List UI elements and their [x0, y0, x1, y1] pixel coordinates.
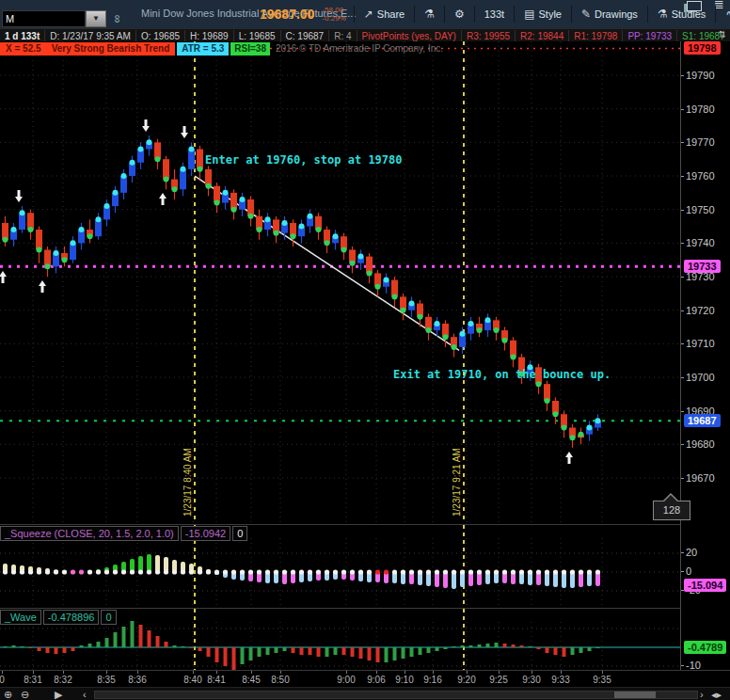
- symbol-dropdown-arrow[interactable]: ▼: [86, 10, 106, 27]
- symbol-input[interactable]: M: [2, 10, 86, 27]
- ttm-squeeze-panel[interactable]: _Squeeze (CLOSE, 20, 1.5, 2.0, 1.0) -15.…: [0, 524, 680, 609]
- time-tick: [602, 671, 603, 674]
- up-arrow-icon: [565, 452, 573, 457]
- studies-button-label: Studies: [672, 8, 706, 20]
- price-tick-19740: 19740: [686, 237, 715, 249]
- time-label: 9:25: [489, 675, 507, 685]
- data-segment: O: 19685: [136, 30, 185, 42]
- time-label: 8:32: [54, 675, 71, 685]
- top-toolbar: ≣ M ▼ ∞ Mini Dow Jones Industrial Averag…: [0, 0, 730, 28]
- time-label: 9:10: [395, 675, 413, 685]
- candles: [2, 135, 601, 448]
- price-tick-19750: 19750: [686, 204, 715, 216]
- time-marker-label: 1/23/17 9:21 AM: [452, 448, 462, 517]
- wave-label[interactable]: _Wave: [0, 610, 41, 625]
- bar-count-label: 128: [653, 501, 690, 520]
- data-segment: C: 19687: [281, 30, 330, 42]
- candlestick-chart[interactable]: 1/23/17 8:40 AM1/23/17 9:21 AMEnter at 1…: [0, 41, 680, 524]
- time-tick: [433, 671, 434, 674]
- patterns-button[interactable]: ∿Patterns: [720, 8, 730, 21]
- ohlc-data-row: 1 d 133tD: 1/23/17 9:35 AMO: 19685H: 196…: [0, 28, 730, 42]
- flask-icon: ⚗: [658, 8, 668, 21]
- price-tick-19680: 19680: [686, 438, 715, 451]
- price-tick-19780: 19780: [686, 103, 715, 116]
- bar-count-marker[interactable]: 128: [653, 493, 690, 519]
- time-tick: [532, 671, 532, 674]
- time-label: 0: [0, 675, 5, 685]
- scroll-right-icon[interactable]: ›: [700, 688, 704, 700]
- share-button[interactable]: ↗Share: [358, 8, 410, 21]
- data-segment: R: 4: [329, 30, 357, 42]
- last-price: 19687.00: [256, 7, 318, 22]
- grid: [0, 41, 680, 524]
- flask-button[interactable]: ⚗: [419, 8, 440, 21]
- time-tick: [251, 671, 252, 674]
- signal-arrows: [0, 119, 573, 464]
- time-tick: [499, 671, 500, 674]
- up-arrow-icon: [0, 271, 7, 277]
- auto-scale-icon[interactable]: ⇅: [719, 29, 726, 40]
- time-tick: [106, 671, 107, 674]
- time-tick: [2, 671, 3, 674]
- time-tick: [405, 671, 405, 674]
- timeframe-button-label: 133t: [484, 8, 504, 20]
- scrollbar-track[interactable]: [94, 691, 698, 699]
- link-icon[interactable]: ∞: [111, 14, 124, 23]
- price-tick-19760: 19760: [686, 170, 715, 183]
- copyright-text: 2016 © TD Ameritrade IP Company, Inc.: [270, 42, 443, 56]
- trend-indicator-row: X = 52.5 Very Strong Bearish Trend ATR =…: [0, 42, 443, 56]
- time-label: 9:30: [522, 675, 540, 685]
- zoom-out-icon[interactable]: ⊖: [21, 688, 29, 700]
- time-tick: [137, 671, 138, 674]
- studies-button[interactable]: ⚗Studies: [652, 8, 711, 21]
- time-tick: [346, 671, 347, 674]
- drawings-button[interactable]: ✎Drawings: [576, 8, 643, 21]
- style-button[interactable]: ▤Style: [518, 8, 567, 21]
- toolbar-buttons: 19687.00 -58.00 -0.29% ↗Share⚗⚙133t▤Styl…: [256, 0, 730, 28]
- data-segment: R2: 19844: [516, 30, 569, 42]
- share-icon: ↗: [364, 8, 373, 21]
- data-segment: 1 d 133t: [0, 30, 45, 42]
- scrollbar-thumb[interactable]: [614, 692, 656, 698]
- toolbar-separator: [647, 6, 648, 23]
- price-axis[interactable]: 1979019780197701976019750197401973019720…: [680, 41, 730, 687]
- pan-icons[interactable]: ◂▸: [711, 688, 722, 700]
- zoom-in-icon[interactable]: ⊕: [4, 688, 12, 700]
- time-label: 8:41: [207, 675, 225, 685]
- toolbar-separator: [514, 6, 515, 23]
- flask-icon: ⚗: [424, 8, 435, 21]
- time-tick: [33, 671, 34, 674]
- down-arrow-icon: [181, 133, 188, 138]
- data-segment: R3: 19955: [462, 30, 516, 42]
- down-arrow-icon: [142, 126, 150, 132]
- time-label: 8:31: [24, 675, 41, 685]
- squeeze-study-labels: _Squeeze (CLOSE, 20, 1.5, 2.0, 1.0) -15.…: [0, 526, 249, 541]
- time-label: 8:36: [128, 675, 146, 685]
- main-chart-panel[interactable]: X = 52.5 Very Strong Bearish Trend ATR =…: [0, 41, 680, 524]
- timeframe-button[interactable]: 133t: [479, 8, 510, 20]
- toolbar-separator: [715, 6, 716, 23]
- ttm-wave-panel[interactable]: _Wave -0.478896 0: [0, 608, 680, 671]
- squeeze-label[interactable]: _Squeeze (CLOSE, 20, 1.5, 2.0, 1.0): [0, 526, 179, 541]
- toolbar-separator: [414, 6, 415, 23]
- time-tick: [216, 671, 217, 674]
- time-marker-label: 1/23/17 8:40 AM: [182, 448, 193, 517]
- wave-badge: -0.4789: [684, 641, 726, 654]
- scroll-left-icon[interactable]: ‹: [83, 688, 87, 700]
- time-label: 9:35: [593, 675, 611, 685]
- settings-button[interactable]: ⚙: [449, 8, 470, 21]
- time-label: 9:16: [423, 675, 441, 685]
- time-axis[interactable]: 08:318:328:358:368:408:418:458:509:009:0…: [0, 670, 730, 688]
- trend-badge: X = 52.5 Very Strong Bearish Trend: [0, 42, 175, 56]
- wave-zero: 0: [101, 610, 116, 625]
- trade-annotation: Exit at 19710, on the bounce up.: [393, 368, 611, 381]
- pencil-icon: ✎: [581, 8, 591, 21]
- data-segment: PivotPoints (yes, DAY): [357, 30, 462, 42]
- play-icon[interactable]: ▶: [55, 688, 62, 700]
- squeeze-zero: 0: [232, 526, 247, 541]
- time-tick: [467, 671, 468, 674]
- style-button-label: Style: [538, 8, 561, 20]
- toolbar-separator: [474, 6, 475, 23]
- price-badge-19798: 19798: [684, 41, 721, 55]
- squeeze-tick-0: 0: [686, 565, 691, 578]
